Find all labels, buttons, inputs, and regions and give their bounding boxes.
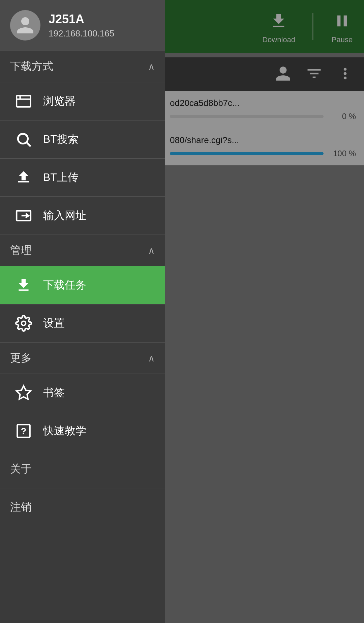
section-more[interactable]: 更多 ∧ — [0, 342, 165, 374]
menu-item-bookmark[interactable]: 书签 — [0, 374, 165, 412]
menu-item-bt-search-label: BT搜索 — [43, 132, 79, 147]
chevron-up-icon-manage: ∧ — [148, 245, 155, 256]
chevron-up-icon-more: ∧ — [148, 353, 155, 364]
menu-item-settings-label: 设置 — [43, 316, 65, 331]
input-url-icon — [13, 206, 34, 226]
menu-item-browser-label: 浏览器 — [43, 94, 75, 109]
section-more-title: 更多 — [10, 351, 32, 365]
drawer-header: J251A 192.168.100.165 — [0, 0, 165, 51]
browser-icon — [13, 91, 34, 111]
menu-item-about-label: 关于 — [10, 463, 32, 475]
menu-item-tutorial[interactable]: ? 快速教学 — [0, 412, 165, 450]
svg-text:?: ? — [21, 426, 27, 436]
section-manage[interactable]: 管理 ∧ — [0, 235, 165, 266]
menu-item-bt-upload-label: BT上传 — [43, 170, 79, 185]
section-download[interactable]: 下载方式 ∧ — [0, 51, 165, 82]
chevron-up-icon: ∧ — [148, 61, 155, 72]
svg-point-3 — [18, 134, 28, 143]
user-ip: 192.168.100.165 — [49, 28, 114, 39]
section-download-title: 下载方式 — [10, 59, 53, 74]
help-icon: ? — [13, 421, 34, 441]
menu-item-bt-search[interactable]: BT搜索 — [0, 120, 165, 158]
settings-icon — [13, 313, 34, 333]
menu-item-bt-upload[interactable]: BT上传 — [0, 158, 165, 196]
menu-item-download-task[interactable]: 下载任务 — [0, 266, 165, 304]
user-name: J251A — [49, 12, 114, 26]
menu-item-settings[interactable]: 设置 — [0, 304, 165, 342]
navigation-drawer: J251A 192.168.100.165 下载方式 ∧ 浏览器 — [0, 0, 165, 623]
menu-item-input-url-label: 输入网址 — [43, 208, 86, 223]
svg-marker-7 — [17, 386, 31, 399]
user-info: J251A 192.168.100.165 — [49, 12, 114, 39]
menu-item-browser[interactable]: 浏览器 — [0, 82, 165, 120]
menu-item-about[interactable]: 关于 — [0, 450, 165, 488]
menu-item-bookmark-label: 书签 — [43, 385, 65, 400]
menu-item-tutorial-label: 快速教学 — [43, 424, 86, 438]
upload-icon — [13, 167, 34, 188]
svg-rect-0 — [17, 96, 31, 107]
bookmark-icon — [13, 383, 34, 403]
svg-line-4 — [27, 142, 30, 146]
download-task-icon — [13, 275, 34, 295]
menu-item-logout[interactable]: 注销 — [0, 488, 165, 526]
menu-item-input-url[interactable]: 输入网址 — [0, 196, 165, 235]
menu-item-download-task-label: 下载任务 — [43, 278, 86, 293]
svg-point-6 — [22, 321, 26, 326]
section-manage-title: 管理 — [10, 243, 32, 258]
search-icon — [13, 129, 34, 150]
avatar — [10, 10, 40, 40]
menu-item-logout-label: 注销 — [10, 501, 32, 513]
drawer-scroll: 下载方式 ∧ 浏览器 BT搜索 — [0, 51, 165, 623]
